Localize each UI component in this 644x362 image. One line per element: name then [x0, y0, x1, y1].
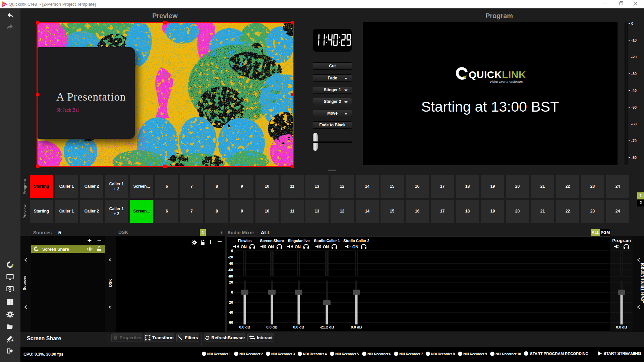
svg-text:ON: ON — [295, 245, 301, 249]
svg-text:0.0 dB: 0.0 dB — [616, 325, 627, 329]
svg-text:ON: ON — [323, 245, 329, 249]
svg-text:-20: -20 — [631, 55, 637, 59]
svg-text:-40: -40 — [228, 310, 233, 314]
svg-text:Program: Program — [612, 238, 631, 243]
svg-text:0.0 dB: 0.0 dB — [266, 325, 277, 329]
svg-text:QUICKLINK: QUICKLINK — [469, 69, 526, 80]
svg-text:-20: -20 — [228, 300, 233, 304]
svg-text:0.0 dB: 0.0 dB — [239, 325, 250, 329]
svg-text:0.0 dB: 0.0 dB — [293, 325, 304, 329]
svg-text:ON: ON — [268, 245, 274, 249]
svg-text:-20: -20 — [228, 255, 233, 259]
svg-text:20: 20 — [229, 280, 233, 284]
svg-text:-40: -40 — [228, 261, 233, 265]
svg-text:-30: -30 — [631, 72, 637, 76]
svg-text:0: 0 — [231, 290, 233, 294]
svg-text:Flowics: Flowics — [238, 239, 252, 243]
svg-text:Screen Share: Screen Share — [260, 239, 284, 243]
svg-text:-10: -10 — [631, 38, 637, 42]
svg-text:Studio Caller 1: Studio Caller 1 — [314, 239, 340, 243]
svg-text:-50: -50 — [631, 105, 637, 109]
svg-text:Singular.live: Singular.live — [288, 239, 309, 243]
svg-text:-80: -80 — [631, 156, 637, 160]
svg-text:0: 0 — [631, 21, 633, 25]
svg-text:Video Over IP Solutions: Video Over IP Solutions — [490, 80, 524, 83]
svg-text:Studio Caller 2: Studio Caller 2 — [343, 239, 369, 243]
svg-text:ON: ON — [352, 245, 358, 249]
svg-text:-80: -80 — [228, 274, 233, 278]
svg-text:0: 0 — [231, 249, 233, 253]
svg-text:-21.2 dB: -21.2 dB — [320, 325, 334, 329]
svg-text:ON: ON — [241, 245, 247, 249]
svg-text:-70: -70 — [631, 139, 637, 143]
svg-text:-60: -60 — [228, 320, 233, 324]
svg-text:-60: -60 — [631, 122, 637, 126]
svg-text:-40: -40 — [631, 88, 637, 93]
svg-text:0.0 dB: 0.0 dB — [351, 325, 362, 329]
svg-text:-60: -60 — [228, 268, 233, 272]
svg-text:cre: cre — [3, 4, 6, 5]
